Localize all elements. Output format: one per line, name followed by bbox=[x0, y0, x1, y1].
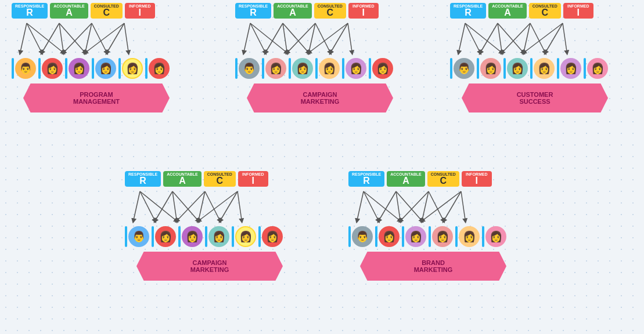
avatar: 👩 bbox=[480, 58, 501, 79]
svg-line-40 bbox=[134, 191, 140, 221]
avatar-bar bbox=[375, 226, 377, 247]
svg-line-50 bbox=[220, 191, 238, 221]
svg-line-25 bbox=[348, 23, 352, 53]
svg-line-54 bbox=[364, 191, 379, 221]
avatar-bar bbox=[232, 226, 234, 247]
avatar-wrapper: 👨 bbox=[125, 226, 149, 247]
avatar: 👨 bbox=[15, 58, 36, 79]
badge-a: ACCOUNTABLEA bbox=[50, 3, 88, 19]
avatar-bar bbox=[369, 58, 371, 79]
svg-line-55 bbox=[364, 191, 400, 221]
avatar-wrapper: 👩 bbox=[289, 58, 313, 79]
badge-r: RESPONSIBLER bbox=[12, 3, 48, 19]
badge-letter: C bbox=[103, 8, 110, 17]
avatar-bar bbox=[145, 58, 147, 79]
svg-line-11 bbox=[107, 23, 124, 53]
avatar-wrapper: 👩 bbox=[482, 226, 506, 247]
avatar: 👩 bbox=[42, 58, 63, 79]
badge-letter: A bbox=[179, 176, 186, 186]
svg-line-42 bbox=[140, 191, 177, 221]
avatar-bar bbox=[348, 226, 351, 247]
avatar: 👩 bbox=[292, 58, 313, 79]
badge-c: CONSULTEDC bbox=[529, 3, 561, 19]
department-label: CAMPAIGNMARKETING bbox=[136, 252, 283, 281]
avatar: 👩 bbox=[560, 58, 581, 79]
avatar: 👨 bbox=[128, 226, 149, 247]
svg-line-46 bbox=[177, 191, 205, 221]
badge-letter: I bbox=[139, 8, 141, 17]
arrows-svg bbox=[12, 22, 149, 57]
badge-letter: A bbox=[66, 8, 73, 17]
avatar-bar bbox=[178, 226, 181, 247]
badge-letter: A bbox=[289, 8, 296, 17]
avatar-bar bbox=[92, 58, 94, 79]
avatar: 👨 bbox=[352, 226, 373, 247]
avatar: 👩 bbox=[507, 58, 528, 79]
badge-r: RESPONSIBLER bbox=[125, 171, 161, 187]
avatar-bar bbox=[38, 58, 41, 79]
raci-section-brand-marketing: RESPONSIBLERACCOUNTABLEACONSULTEDCINFORM… bbox=[348, 171, 506, 281]
avatar-wrapper: 👩 bbox=[530, 58, 555, 79]
badge-a: ACCOUNTABLEA bbox=[163, 171, 202, 187]
avatar-wrapper: 👩 bbox=[205, 226, 229, 247]
svg-line-2 bbox=[27, 23, 42, 53]
avatar-bar bbox=[205, 226, 207, 247]
avatar: 👩 bbox=[485, 226, 506, 247]
avatar-wrapper: 👨 bbox=[450, 58, 474, 79]
avatar-wrapper: 👩 bbox=[38, 58, 63, 79]
avatar-wrapper: 👩 bbox=[178, 226, 203, 247]
avatar: 👩 bbox=[182, 226, 203, 247]
avatar-wrapper: 👩 bbox=[557, 58, 581, 79]
badge-c: CONSULTEDC bbox=[427, 171, 459, 187]
avatar-wrapper: 👩 bbox=[145, 58, 170, 79]
svg-line-20 bbox=[287, 23, 315, 53]
raci-legend: RESPONSIBLERACCOUNTABLEACONSULTEDCINFORM… bbox=[450, 3, 608, 19]
avatar: 👩 bbox=[432, 226, 453, 247]
avatar-wrapper: 👩 bbox=[369, 58, 393, 79]
raci-section-campaign-marketing-2: RESPONSIBLERACCOUNTABLEACONSULTEDCINFORM… bbox=[125, 171, 283, 281]
avatar-wrapper: 👩 bbox=[152, 226, 176, 247]
avatar-wrapper: 👩 bbox=[503, 58, 528, 79]
badge-letter: R bbox=[465, 8, 472, 17]
badge-letter: I bbox=[252, 176, 254, 186]
avatar-bar bbox=[455, 226, 458, 247]
avatar-wrapper: 👩 bbox=[118, 58, 143, 79]
avatar-wrapper: 👩 bbox=[477, 58, 501, 79]
avatar-bar bbox=[557, 58, 559, 79]
svg-line-28 bbox=[465, 23, 480, 53]
badge-i: INFORMEDI bbox=[238, 171, 268, 187]
badge-letter: R bbox=[250, 8, 257, 17]
svg-line-1 bbox=[20, 23, 27, 53]
badge-c: CONSULTEDC bbox=[91, 3, 123, 19]
badge-letter: I bbox=[362, 8, 365, 17]
avatar-bar bbox=[402, 226, 404, 247]
avatar-row: 👨👩👩👩👩👩 bbox=[12, 58, 170, 79]
avatar-bar bbox=[65, 58, 67, 79]
avatar-wrapper: 👩 bbox=[65, 58, 89, 79]
badge-r: RESPONSIBLER bbox=[348, 171, 384, 187]
avatar-wrapper: 👩 bbox=[402, 226, 426, 247]
avatar-wrapper: 👩 bbox=[232, 226, 256, 247]
svg-line-3 bbox=[27, 23, 63, 53]
avatar: 👩 bbox=[319, 58, 340, 79]
department-label: PROGRAMMANAGEMENT bbox=[23, 84, 170, 112]
avatar: 👨 bbox=[454, 58, 474, 79]
svg-line-15 bbox=[250, 23, 265, 53]
avatar-wrapper: 👨 bbox=[12, 58, 36, 79]
avatar: 👩 bbox=[149, 58, 170, 79]
avatar: 👩 bbox=[69, 58, 89, 79]
avatar-bar bbox=[530, 58, 533, 79]
badge-letter: R bbox=[139, 176, 146, 186]
badge-r: RESPONSIBLER bbox=[235, 3, 271, 19]
avatar-bar bbox=[258, 226, 261, 247]
svg-line-63 bbox=[444, 191, 461, 221]
raci-section-program-management: RESPONSIBLERACCOUNTABLEACONSULTEDCINFORM… bbox=[12, 3, 170, 112]
department-label: CAMPAIGNMARKETING bbox=[247, 84, 393, 112]
avatar-bar bbox=[152, 226, 154, 247]
avatar-bar bbox=[118, 58, 121, 79]
svg-line-12 bbox=[124, 23, 128, 53]
avatar: 👩 bbox=[265, 58, 286, 79]
avatar-row: 👨👩👩👩👩👩 bbox=[348, 226, 506, 247]
avatar: 👩 bbox=[379, 226, 400, 247]
badge-c: CONSULTEDC bbox=[314, 3, 346, 19]
